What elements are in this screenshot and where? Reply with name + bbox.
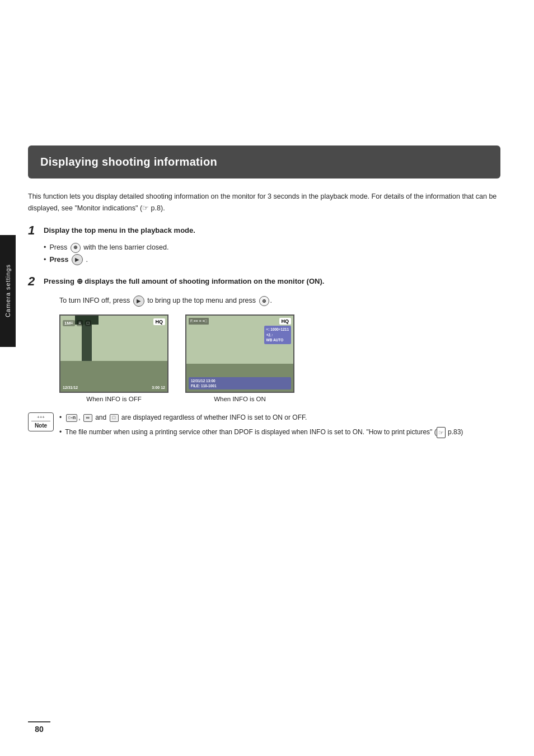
step-2-content: To turn INFO off, press ▶ to bring up th… <box>44 295 500 402</box>
note-section: +++ Note ○-n, ∞ and □ are displayed rega… <box>28 412 500 442</box>
date-text-off: 12/31/12 <box>63 386 78 389</box>
info-btn-ref: ⊕ <box>259 296 269 306</box>
sidebar-tab: Camera settings <box>0 235 16 347</box>
info-data-text: ≡: 1000≡1211 +2.↑ WB AUTO <box>266 327 289 343</box>
step-2: 2 Pressing ⊕ displays the full amount of… <box>28 276 500 402</box>
resolution-icon-off: 1M≡ <box>63 320 75 326</box>
info-off-screen: 1M≡ ≡ □ HQ 12/31/12 3:00 12 <box>59 314 168 393</box>
title-box: Displaying shooting information <box>28 145 500 179</box>
hq-badge-on: HQ <box>279 318 292 325</box>
info-instruction: To turn INFO off, press ▶ to bring up th… <box>59 295 500 307</box>
info-bottom-bar: 12/31/12 13:00 FILE: 110-1001 <box>189 377 291 389</box>
page-container: Camera settings Displaying shooting info… <box>0 0 534 756</box>
people-icon: ∞ <box>83 414 92 422</box>
lens-button-icon: ⊕ <box>71 243 81 253</box>
screen-tree <box>82 322 92 361</box>
info-on-screen: F.≡≡ ≡ ≡□ HQ ≡: 1000≡1211 <box>185 314 294 393</box>
ref-symbol-2: ☞ <box>437 427 446 438</box>
info-top-left-data: F.≡≡ ≡ ≡□ <box>189 318 209 325</box>
images-row: 1M≡ ≡ □ HQ 12/31/12 3:00 12 <box>59 314 500 402</box>
step-2-title: Pressing ⊕ displays the full amount of s… <box>44 276 324 287</box>
battery-icon-off: □ <box>85 320 91 326</box>
time-text-off: 3:00 12 <box>152 386 165 389</box>
intro-paragraph: This function lets you display detailed … <box>28 191 500 214</box>
info-overlay: F.≡≡ ≡ ≡□ HQ ≡: 1000≡1211 <box>186 316 293 392</box>
quality-icon-off: ≡ <box>77 320 83 326</box>
note-bullet-1: ○-n, ∞ and □ are displayed regardless of… <box>59 412 500 424</box>
info-top-right-data: HQ <box>279 318 292 325</box>
page-title: Displaying shooting information <box>40 156 488 168</box>
step-1-number: 1 <box>28 224 44 237</box>
screen-bottom-icons-off: 12/31/12 3:00 12 <box>63 386 165 389</box>
hq-badge-off: HQ <box>153 318 166 325</box>
page-number: 80 <box>28 721 50 734</box>
play-button-icon: ▶ <box>72 254 83 265</box>
step-1-content: Press ⊕ with the lens barrier closed. Pr… <box>44 242 500 266</box>
step-1-title: Display the top menu in the playback mod… <box>44 225 195 236</box>
info-off-container: 1M≡ ≡ □ HQ 12/31/12 3:00 12 <box>59 314 168 402</box>
sidebar-label: Camera settings <box>4 264 11 317</box>
o-n-icon: ○-n <box>66 414 77 422</box>
frame-icon: □ <box>110 414 119 422</box>
info-bottom-text: 12/31/12 13:00 FILE: 110-1001 <box>191 378 289 388</box>
screen-top-icons-off: 1M≡ ≡ □ HQ <box>63 318 165 326</box>
note-bullet-2: The file number when using a printing se… <box>59 427 500 438</box>
step-1-header: 1 Display the top menu in the playback m… <box>28 225 500 237</box>
caption-on: When INFO is ON <box>185 396 294 402</box>
note-badge-top-line: +++ <box>31 414 50 421</box>
info-top-row: F.≡≡ ≡ ≡□ HQ <box>189 318 291 325</box>
step-2-number: 2 <box>28 275 44 288</box>
play-btn-ref: ▶ <box>133 295 144 307</box>
info-images-section: To turn INFO off, press ▶ to bring up th… <box>59 295 500 402</box>
step-1-bullet-1: Press ⊕ with the lens barrier closed. <box>44 242 500 253</box>
step-1: 1 Display the top menu in the playback m… <box>28 225 500 266</box>
step-2-header: 2 Pressing ⊕ displays the full amount of… <box>28 276 500 288</box>
main-content: Displaying shooting information This fun… <box>28 0 500 442</box>
note-label: Note <box>35 422 47 430</box>
caption-off: When INFO is OFF <box>59 396 168 402</box>
info-data-block: ≡: 1000≡1211 +2.↑ WB AUTO <box>264 326 291 344</box>
info-on-container: F.≡≡ ≡ ≡□ HQ ≡: 1000≡1211 <box>185 314 294 402</box>
note-badge: +++ Note <box>28 412 54 431</box>
note-content: ○-n, ∞ and □ are displayed regardless of… <box>59 412 500 442</box>
step-1-bullet-2: Press ▶ . <box>44 254 500 266</box>
